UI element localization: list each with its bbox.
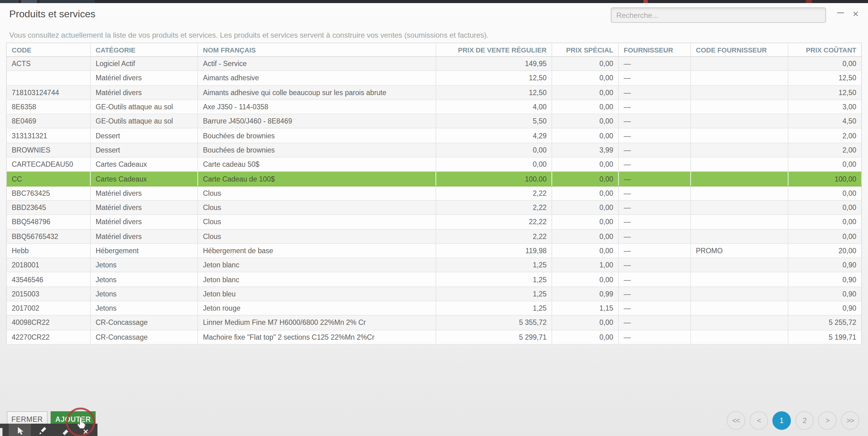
cell-fournisseur: — bbox=[618, 330, 691, 344]
cell-prix_vente_regulier: 1,25 bbox=[436, 258, 552, 272]
cell-prix_coutant: 2,00 bbox=[788, 143, 862, 157]
cell-nom_francais: Hébergement de base bbox=[198, 244, 436, 258]
table-row[interactable]: 40098CR22CR-ConcassageLinner Medium Fine… bbox=[6, 316, 862, 330]
pagination-page-1[interactable]: 1 bbox=[772, 411, 791, 430]
table-row[interactable]: 2018001JetonsJeton blanc1,251,00—0,90 bbox=[6, 258, 862, 272]
cell-prix_coutant: 0,00 bbox=[788, 186, 862, 200]
cell-code: BBQ548796 bbox=[6, 215, 90, 229]
cell-code_fournisseur bbox=[691, 215, 788, 229]
cell-code: BBC763425 bbox=[6, 186, 90, 200]
cell-fournisseur: — bbox=[618, 186, 691, 200]
table-row[interactable]: 718103124744Matériel diversAimants adhes… bbox=[6, 85, 862, 100]
table-row[interactable]: BBD23645Matériel diversClous2,220,00—0,0… bbox=[6, 200, 862, 215]
cell-code_fournisseur bbox=[691, 128, 788, 143]
column-header-categorie[interactable]: CATÉGORIE bbox=[90, 43, 198, 57]
products-services-modal: Produits et services – × Vous consultez … bbox=[0, 3, 868, 436]
cell-prix_coutant: 20,00 bbox=[788, 244, 862, 258]
cell-prix_coutant: 0,90 bbox=[788, 272, 862, 287]
cell-prix_vente_regulier: 0,00 bbox=[436, 157, 552, 172]
cell-fournisseur: — bbox=[618, 57, 691, 71]
cell-categorie: Logiciel Actif bbox=[90, 57, 198, 71]
pagination-last-page[interactable]: >> bbox=[841, 411, 859, 430]
cell-categorie: GE-Outils attaque au sol bbox=[90, 100, 198, 114]
cell-code_fournisseur bbox=[691, 316, 788, 330]
eraser-icon[interactable] bbox=[59, 426, 69, 436]
table-row[interactable]: 2017002JetonsJeton rouge1,251,15—0,90 bbox=[6, 301, 862, 316]
table-row[interactable]: 2015003JetonsJeton bleu1,250,99—0,90 bbox=[6, 287, 862, 301]
cell-fournisseur: — bbox=[618, 316, 691, 330]
annotation-toolbar: × bbox=[0, 424, 97, 436]
cell-code: CC bbox=[6, 172, 90, 186]
table-row[interactable]: BBC763425Matériel diversClous2,220,00—0,… bbox=[6, 186, 862, 200]
cell-prix_coutant: 3,00 bbox=[788, 100, 862, 114]
cell-prix_special: 0,99 bbox=[552, 287, 618, 301]
search-input[interactable] bbox=[611, 7, 826, 23]
column-header-prix_special[interactable]: PRIX SPÉCIAL bbox=[552, 43, 618, 57]
page-subtitle: Vous consultez actuellement la liste de … bbox=[9, 31, 489, 39]
cell-code: 42270CR22 bbox=[6, 330, 90, 344]
cell-nom_francais: Carte Cadeau de 100$ bbox=[198, 172, 436, 186]
cell-code: 8E6358 bbox=[6, 100, 90, 114]
cell-prix_special: 0,00 bbox=[552, 229, 618, 244]
table-row[interactable]: ACTSLogiciel ActifActif - Service149,950… bbox=[6, 57, 862, 71]
column-header-code_fournisseur[interactable]: CODE FOURNISSEUR bbox=[691, 43, 788, 57]
cell-fournisseur: — bbox=[618, 301, 691, 316]
background-tab-accent bbox=[644, 0, 648, 3]
cell-categorie: Hébergement bbox=[90, 244, 198, 258]
cell-prix_special: 0,00 bbox=[552, 215, 618, 229]
table-row[interactable]: 313131321DessertBouchées de brownies4,29… bbox=[6, 128, 862, 143]
table-row[interactable]: 42270CR22CR-ConcassageMachoire fixe "Fla… bbox=[6, 330, 862, 344]
column-header-code[interactable]: CODE bbox=[6, 43, 90, 57]
cell-code_fournisseur bbox=[691, 330, 788, 344]
products-table: CODECATÉGORIENOM FRANÇAISPRIX DE VENTE R… bbox=[6, 42, 862, 345]
cell-prix_vente_regulier: 2,22 bbox=[436, 229, 552, 244]
cell-categorie: Jetons bbox=[90, 272, 198, 287]
cell-fournisseur: — bbox=[618, 143, 691, 157]
table-row[interactable]: HebbHébergementHébergement de base119,98… bbox=[6, 244, 862, 258]
cell-code bbox=[6, 71, 90, 86]
cell-prix_coutant: 5 255,72 bbox=[788, 316, 862, 330]
table-row[interactable]: CCCartes CadeauxCarte Cadeau de 100$100,… bbox=[6, 172, 862, 186]
table-row[interactable]: 8E6358GE-Outils attaque au solAxe J350 -… bbox=[6, 100, 862, 114]
pagination-first-page[interactable]: << bbox=[727, 411, 745, 430]
text-cursor-icon[interactable] bbox=[0, 428, 2, 436]
cell-code_fournisseur bbox=[691, 114, 788, 128]
cell-fournisseur: — bbox=[618, 229, 691, 244]
cell-prix_special: 0,00 bbox=[552, 157, 618, 172]
cell-prix_vente_regulier: 5 355,72 bbox=[436, 316, 552, 330]
column-header-prix_coutant[interactable]: PRIX COÛTANT bbox=[788, 43, 862, 57]
pagination: <<<12>>> bbox=[727, 411, 859, 430]
column-header-fournisseur[interactable]: FOURNISSEUR bbox=[618, 43, 691, 57]
table-row[interactable]: 43546546JetonsJeton blanc1,250,00—0,90 bbox=[6, 272, 862, 287]
cell-nom_francais: Bouchées de brownies bbox=[198, 128, 436, 143]
table-row[interactable]: BBQ548796Matériel diversClous22,220,00—0… bbox=[6, 215, 862, 229]
cell-code: 8E0469 bbox=[6, 114, 90, 128]
table-row[interactable]: CARTECADEAU50Cartes CadeauxCarte cadeau … bbox=[6, 157, 862, 172]
table-row[interactable]: 8E0469GE-Outils attaque au solBarrure J4… bbox=[6, 114, 862, 128]
pagination-prev-page[interactable]: < bbox=[749, 411, 768, 430]
cell-fournisseur: — bbox=[618, 200, 691, 215]
column-header-prix_vente_regulier[interactable]: PRIX DE VENTE RÉGULIER bbox=[436, 43, 552, 57]
cell-code: ACTS bbox=[6, 57, 90, 71]
cell-nom_francais: Clous bbox=[198, 229, 436, 244]
cell-nom_francais: Clous bbox=[198, 200, 436, 215]
cell-code_fournisseur bbox=[691, 157, 788, 172]
close-annotation-icon[interactable]: × bbox=[81, 426, 91, 436]
cell-fournisseur: — bbox=[618, 272, 691, 287]
table-row[interactable]: Matériel diversAimants adhesive12,500,00… bbox=[6, 71, 862, 86]
pagination-page-2[interactable]: 2 bbox=[795, 411, 814, 430]
pencil-icon[interactable] bbox=[38, 426, 48, 436]
close-icon[interactable]: × bbox=[852, 9, 859, 19]
cell-prix_vente_regulier: 12,50 bbox=[436, 71, 552, 86]
arrow-cursor-icon[interactable] bbox=[16, 426, 25, 436]
cell-prix_coutant: 12,50 bbox=[788, 71, 862, 86]
cell-fournisseur: — bbox=[618, 85, 691, 100]
cell-prix_special: 0,00 bbox=[552, 172, 618, 186]
cell-code: 2017002 bbox=[6, 301, 90, 316]
table-row[interactable]: BROWNIESDessertBouchées de brownies0,003… bbox=[6, 143, 862, 157]
table-row[interactable]: BBQ56765432Matériel diversClous2,220,00—… bbox=[6, 229, 862, 244]
pagination-next-page[interactable]: > bbox=[818, 411, 837, 430]
minimize-icon[interactable]: – bbox=[837, 7, 844, 17]
column-header-nom_francais[interactable]: NOM FRANÇAIS bbox=[198, 43, 436, 57]
cell-categorie: Matériel divers bbox=[90, 215, 198, 229]
